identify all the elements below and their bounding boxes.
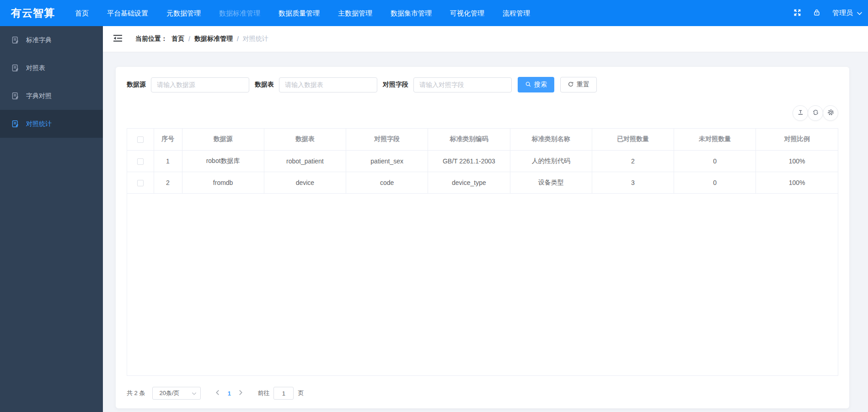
- nav-data-standard-management[interactable]: 数据标准管理: [210, 0, 269, 26]
- lock-button[interactable]: [813, 9, 820, 17]
- filter-group-datasource: 数据源: [127, 77, 249, 92]
- col-header-field: 对照字段: [346, 129, 428, 150]
- datasource-input[interactable]: [151, 77, 249, 92]
- nav-metadata-management[interactable]: 元数据管理: [157, 0, 210, 26]
- goto-page: 前往 页: [257, 387, 304, 400]
- content-card: 数据源 数据表 对照字段: [116, 67, 849, 408]
- layout: 标准字典 对照表 字典对照 对照统计: [0, 26, 868, 412]
- select-all-checkbox[interactable]: [137, 136, 144, 143]
- document-edit-icon: [11, 120, 19, 128]
- breadcrumb-data-standard[interactable]: 数据标准管理: [194, 35, 233, 43]
- breadcrumb: 当前位置： 首页 / 数据标准管理 / 对照统计: [135, 35, 268, 43]
- nav-platform-settings[interactable]: 平台基础设置: [98, 0, 157, 26]
- nav-master-data-management[interactable]: 主数据管理: [329, 0, 381, 26]
- cell-ratio: 100%: [756, 150, 838, 172]
- cell-index: 2: [154, 172, 182, 193]
- column-settings-button[interactable]: [823, 105, 838, 121]
- breadcrumb-separator: /: [237, 35, 239, 43]
- nav-data-mart-management[interactable]: 数据集市管理: [381, 0, 441, 26]
- refresh-icon: [812, 109, 819, 117]
- document-edit-icon: [11, 64, 19, 72]
- breadcrumb-current: 对照统计: [243, 35, 268, 43]
- lock-icon: [813, 9, 820, 17]
- search-icon: [525, 81, 531, 89]
- datatable-input[interactable]: [279, 77, 377, 92]
- user-menu[interactable]: 管理员: [832, 9, 863, 17]
- sidebar-item-comparison-table[interactable]: 对照表: [0, 54, 103, 82]
- nav-home[interactable]: 首页: [66, 0, 98, 26]
- cell-index: 1: [154, 150, 182, 172]
- table-row[interactable]: 2 fromdb device code device_type 设备类型 3 …: [127, 172, 838, 193]
- table-toolbar: [127, 105, 838, 121]
- breadcrumb-prefix: 当前位置：: [135, 35, 167, 43]
- page-size-select[interactable]: 20条/页: [152, 387, 201, 400]
- pagination-total: 共 2 条: [127, 389, 145, 397]
- fullscreen-button[interactable]: [793, 9, 801, 18]
- sidebar-item-label: 对照统计: [26, 120, 52, 128]
- cell-standard-name: 设备类型: [510, 172, 592, 193]
- pagination: 共 2 条 20条/页: [127, 387, 838, 400]
- gear-icon: [827, 109, 834, 117]
- cell-standard-code: device_type: [428, 172, 510, 193]
- table-row[interactable]: 1 robot数据库 robot_patient patient_sex GB/…: [127, 150, 838, 172]
- cell-datasource: robot数据库: [182, 150, 264, 172]
- filter-group-field: 对照字段: [383, 77, 512, 92]
- sidebar-item-label: 字典对照: [26, 92, 52, 100]
- col-header-datatable: 数据表: [264, 129, 346, 150]
- search-button[interactable]: 搜索: [518, 77, 554, 92]
- row-select-cell: [127, 150, 154, 172]
- content-area: 数据源 数据表 对照字段: [103, 52, 868, 412]
- breadcrumb-separator: /: [188, 35, 190, 43]
- reset-button[interactable]: 重置: [560, 77, 597, 92]
- goto-label: 前往: [257, 389, 269, 397]
- goto-page-input[interactable]: [273, 387, 294, 400]
- comparison-field-label: 对照字段: [383, 81, 408, 89]
- nav-process-management[interactable]: 流程管理: [493, 0, 539, 26]
- select-all-cell: [127, 129, 154, 150]
- app-root: 有云智算 首页 平台基础设置 元数据管理 数据标准管理 数据质量管理 主数据管理…: [0, 0, 868, 412]
- page-number-1[interactable]: 1: [222, 390, 236, 397]
- topbar: 有云智算 首页 平台基础设置 元数据管理 数据标准管理 数据质量管理 主数据管理…: [0, 0, 868, 26]
- nav-data-quality-management[interactable]: 数据质量管理: [269, 0, 329, 26]
- row-select-cell: [127, 172, 154, 193]
- breadcrumb-bar: 当前位置： 首页 / 数据标准管理 / 对照统计: [103, 26, 868, 52]
- comparison-field-input[interactable]: [413, 77, 512, 92]
- cell-matched-count: 2: [592, 150, 674, 172]
- document-edit-icon: [11, 92, 19, 100]
- cell-field: code: [346, 172, 428, 193]
- datatable-label: 数据表: [255, 81, 274, 89]
- nav-visualization-management[interactable]: 可视化管理: [441, 0, 493, 26]
- topbar-right: 管理员: [793, 9, 863, 18]
- app-logo[interactable]: 有云智算: [11, 6, 55, 20]
- refresh-table-button[interactable]: [808, 105, 823, 121]
- col-header-ratio: 对照比例: [756, 129, 838, 150]
- sidebar-item-standard-dict[interactable]: 标准字典: [0, 26, 103, 54]
- chevron-left-icon: [215, 390, 220, 397]
- col-header-matched-count: 已对照数量: [592, 129, 674, 150]
- data-table-wrapper: 序号 数据源 数据表 对照字段 标准类别编码 标准类别名称 已对照数量 未对照数…: [127, 128, 838, 376]
- sidebar-item-dict-comparison[interactable]: 字典对照: [0, 82, 103, 110]
- cell-datasource: fromdb: [182, 172, 264, 193]
- cell-standard-name: 人的性别代码: [510, 150, 592, 172]
- row-checkbox[interactable]: [137, 180, 144, 186]
- reset-button-label: 重置: [577, 81, 589, 89]
- goto-suffix: 页: [298, 389, 304, 397]
- toggle-search-button[interactable]: [793, 105, 808, 121]
- sidebar-item-label: 标准字典: [26, 36, 52, 44]
- refresh-icon: [568, 81, 574, 89]
- row-checkbox[interactable]: [137, 158, 144, 165]
- pager: 1: [213, 390, 246, 397]
- breadcrumb-home[interactable]: 首页: [171, 35, 184, 43]
- cell-datatable: device: [264, 172, 346, 193]
- data-table: 序号 数据源 数据表 对照字段 标准类别编码 标准类别名称 已对照数量 未对照数…: [127, 129, 838, 194]
- chevron-right-icon: [239, 390, 243, 397]
- col-header-unmatched-count: 未对照数量: [674, 129, 756, 150]
- cell-unmatched-count: 0: [674, 150, 756, 172]
- top-nav: 首页 平台基础设置 元数据管理 数据标准管理 数据质量管理 主数据管理 数据集市…: [66, 0, 539, 26]
- sidebar-item-comparison-stats[interactable]: 对照统计: [0, 110, 103, 138]
- prev-page-button[interactable]: [213, 390, 222, 397]
- sidebar-collapse-button[interactable]: [113, 34, 123, 43]
- next-page-button[interactable]: [236, 390, 246, 397]
- menu-fold-icon: [113, 34, 123, 43]
- document-edit-icon: [11, 36, 19, 44]
